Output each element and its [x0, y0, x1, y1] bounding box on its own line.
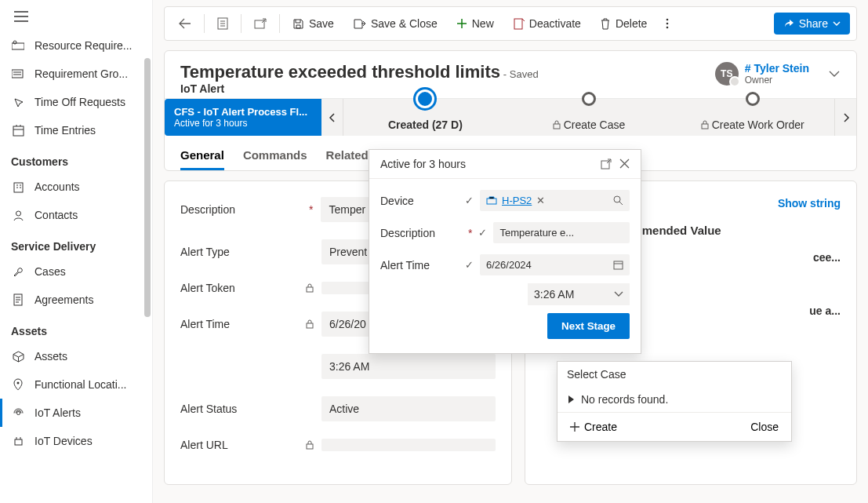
field-alert-status[interactable]: Alert Status Active — [180, 396, 496, 421]
sidebar-item-contacts[interactable]: Contacts — [0, 201, 152, 229]
save-close-button[interactable]: Save & Close — [345, 13, 445, 35]
box-icon — [11, 349, 25, 363]
hamburger-icon[interactable] — [0, 5, 152, 28]
delete-button[interactable]: Delete — [592, 13, 655, 35]
svg-rect-0 — [12, 43, 24, 49]
stage-dot-icon — [418, 92, 432, 106]
sidebar-item-functional-locations[interactable]: Functional Locati... — [0, 370, 152, 399]
sidebar-item-agreements[interactable]: Agreements — [0, 286, 152, 314]
back-button[interactable] — [171, 13, 199, 34]
svg-rect-4 — [14, 183, 23, 192]
stage-flyout: Active for 3 hours Device ✓ H-PS2 ✕ Desc… — [369, 149, 641, 354]
svg-rect-16 — [554, 124, 560, 129]
open-new-window-button[interactable] — [246, 13, 274, 34]
svg-point-15 — [666, 27, 669, 29]
location-icon — [11, 377, 25, 392]
svg-point-14 — [666, 23, 669, 25]
tab-commands[interactable]: Commands — [243, 142, 307, 170]
sidebar-item-label: Time Off Requests — [35, 96, 125, 108]
sidebar-item-iot-alerts[interactable]: IoT Alerts — [0, 399, 152, 427]
flyout-time-picker[interactable]: 3:26 AM — [528, 283, 630, 305]
requirement-group-icon — [11, 67, 25, 81]
lock-icon — [306, 283, 314, 293]
svg-point-13 — [666, 19, 669, 21]
svg-rect-17 — [702, 124, 708, 129]
sidebar-scrollbar[interactable] — [144, 58, 151, 317]
device-icon — [486, 196, 497, 206]
lock-icon — [701, 120, 709, 129]
building-icon — [11, 180, 25, 194]
sidebar-item-cases[interactable]: Cases — [0, 257, 152, 286]
svg-rect-20 — [307, 444, 313, 449]
deactivate-icon — [513, 17, 525, 30]
sidebar-item-label: Resource Require... — [35, 39, 133, 52]
sidebar-item-label: Contacts — [35, 209, 78, 221]
bpf-process-label[interactable]: CFS - IoT Alert Process Fl... Active for… — [165, 99, 321, 136]
flyout-field-description[interactable]: Description *✓ Temperature e... — [380, 222, 630, 243]
save-button[interactable]: Save — [285, 13, 342, 35]
bpf-stage-create-work-order[interactable]: Create Work Order — [670, 99, 834, 136]
bpf-prev-button[interactable] — [321, 99, 343, 136]
owner-block[interactable]: TS # Tyler Stein Owner — [715, 62, 841, 86]
remove-icon[interactable]: ✕ — [536, 195, 545, 206]
sidebar-item-label: Functional Locati... — [35, 378, 127, 391]
bpf-next-button[interactable] — [834, 99, 856, 136]
deactivate-button[interactable]: Deactivate — [505, 13, 589, 35]
show-string-link[interactable]: Show string — [778, 197, 841, 210]
svg-rect-3 — [13, 126, 24, 136]
calendar-icon[interactable] — [613, 260, 623, 270]
check-icon: ✓ — [465, 259, 474, 271]
chevron-down-icon[interactable] — [828, 70, 841, 78]
sidebar-item-time-off[interactable]: Time Off Requests — [0, 88, 152, 116]
chevron-down-icon — [833, 20, 841, 27]
person-icon — [11, 208, 25, 222]
save-icon — [292, 18, 304, 30]
lock-icon — [553, 120, 561, 129]
plus-icon — [570, 422, 579, 432]
owner-name: # Tyler Stein — [745, 62, 809, 75]
sidebar-item-resource-requirements[interactable]: Resource Require... — [0, 31, 152, 60]
sidebar-item-requirement-groups[interactable]: Requirement Gro... — [0, 60, 152, 88]
time-off-icon — [11, 95, 25, 109]
flyout-field-alert-time[interactable]: Alert Time ✓ 6/26/2024 — [380, 254, 630, 275]
popout-icon[interactable] — [601, 159, 612, 169]
iot-alert-icon — [11, 406, 25, 420]
close-button[interactable]: Close — [750, 421, 779, 433]
next-stage-button[interactable]: Next Stage — [547, 313, 630, 339]
more-commands-button[interactable] — [658, 13, 677, 35]
save-close-icon — [353, 18, 366, 30]
sidebar-item-label: Accounts — [35, 180, 80, 193]
caret-right-icon — [567, 395, 575, 404]
sidebar-item-accounts[interactable]: Accounts — [0, 173, 152, 201]
share-button[interactable]: Share — [774, 13, 850, 35]
device-link[interactable]: H-PS2 — [502, 195, 532, 206]
sidebar-item-assets[interactable]: Assets — [0, 342, 152, 370]
flyout-title: Active for 3 hours — [380, 158, 466, 170]
lock-icon — [306, 319, 314, 329]
close-icon[interactable] — [619, 159, 630, 169]
sidebar-item-label: Requirement Gro... — [35, 67, 128, 80]
wrench-icon — [11, 264, 25, 279]
bpf-stage-created[interactable]: Created (27 D) — [343, 99, 507, 136]
sidebar-item-label: Assets — [35, 350, 67, 363]
new-button[interactable]: New — [449, 13, 502, 35]
svg-rect-19 — [307, 323, 313, 328]
field-alert-url: Alert URL — [180, 439, 496, 451]
svg-rect-12 — [514, 19, 522, 29]
create-button[interactable]: Create — [570, 421, 617, 433]
bpf-stage-create-case[interactable]: Create Case — [507, 99, 671, 136]
chevron-down-icon — [614, 291, 623, 297]
avatar: TS — [715, 62, 739, 86]
sidebar-item-iot-devices[interactable]: IoT Devices — [0, 427, 152, 455]
svg-rect-9 — [15, 439, 22, 445]
list-view-button[interactable] — [209, 13, 236, 35]
sidebar-heading-customers: Customers — [0, 144, 152, 173]
stage-dot-icon — [746, 92, 760, 106]
svg-point-7 — [17, 382, 20, 385]
tab-general[interactable]: General — [180, 142, 224, 170]
sidebar-item-time-entries[interactable]: Time Entries — [0, 116, 152, 144]
tab-related[interactable]: Related — [326, 142, 369, 170]
search-icon[interactable] — [613, 195, 623, 206]
svg-rect-18 — [307, 287, 313, 292]
flyout-field-device[interactable]: Device ✓ H-PS2 ✕ — [380, 190, 630, 211]
